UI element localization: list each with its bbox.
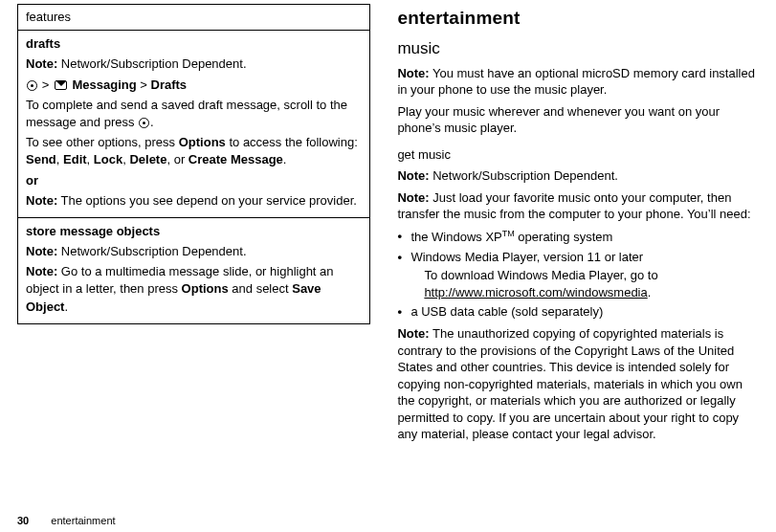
opt-or: , or [166, 152, 188, 166]
store-options: Options [182, 281, 229, 296]
center-key-icon-2 [139, 118, 149, 128]
get-music-heading: get music [397, 146, 759, 164]
opt-create: Create Message [188, 152, 283, 166]
options-label: Options [179, 135, 226, 149]
opt-edit: Edit [63, 152, 87, 166]
note-net-text: Network/Subscription Dependent. [432, 168, 618, 183]
entertainment-heading: entertainment [397, 6, 759, 31]
list-item: the Windows XPTM operating system [397, 228, 759, 246]
bullet-xp-post: operating system [515, 230, 613, 244]
music-heading: music [397, 38, 759, 60]
drafts-p2-pre: To see other options, press [26, 135, 179, 149]
messaging-icon [55, 80, 67, 90]
store-note2-mid: and select [229, 281, 293, 296]
nav-pre: > [42, 78, 50, 92]
drafts-p1-pre: To complete and send a saved draft messa… [26, 98, 347, 129]
nav-drafts: Drafts [151, 78, 188, 92]
note-load-label: Note: [397, 190, 429, 205]
note-must-text: You must have an optional microSD memory… [397, 66, 755, 98]
drafts-p1-tail: . [150, 115, 154, 129]
bullet-usb: a USB data cable (sold separately) [410, 304, 603, 319]
page-section-label: entertainment [51, 515, 115, 526]
or-label: or [26, 173, 38, 188]
features-header-text: features [26, 10, 71, 24]
opt-delete: Delete [129, 152, 166, 166]
opt-send: Send [26, 152, 56, 166]
features-header-cell: features [18, 5, 370, 31]
bullet-wmp-sub-pre: To download Windows Media Player, go to [424, 268, 657, 282]
right-column: entertainment music Note: You must have … [380, 0, 776, 532]
bullet-wmp: Windows Media Player, version 11 or late… [410, 250, 643, 264]
store-cell: store message objects Note: Network/Subs… [18, 217, 370, 323]
drafts-note1-text: Network/Subscription Dependent. [61, 56, 247, 71]
drafts-cell: drafts Note: Network/Subscription Depend… [18, 31, 370, 218]
bullet-wmp-sub-post: . [648, 285, 652, 299]
drafts-p2-tail: . [283, 152, 287, 166]
play-text: Play your music wherever and whenever yo… [397, 103, 759, 137]
store-note2-label: Note: [26, 264, 57, 278]
list-item: Windows Media Player, version 11 or late… [397, 249, 759, 301]
drafts-title: drafts [26, 35, 362, 53]
bullet-xp-pre: the Windows XP [410, 230, 501, 244]
list-item: a USB data cable (sold separately) [397, 303, 759, 321]
requirements-list: the Windows XPTM operating system Window… [397, 228, 759, 321]
store-note2-tail: . [64, 299, 68, 314]
page-number: 30 [17, 515, 29, 526]
nav-sep: > [140, 78, 147, 92]
store-title: store message objects [26, 223, 362, 240]
tm-superscript: TM [502, 229, 515, 238]
drafts-note1-label: Note: [26, 56, 57, 71]
drafts-note2-text: The options you see depend on your servi… [61, 193, 357, 208]
drafts-p2-mid: to access the following: [226, 135, 358, 149]
left-column: features drafts Note: Network/Subscripti… [0, 0, 380, 532]
page-footer: 30 entertainment [17, 514, 116, 528]
nav-messaging: Messaging [72, 78, 136, 92]
note-must-label: Note: [397, 66, 429, 80]
features-table: features drafts Note: Network/Subscripti… [17, 4, 370, 324]
note-copy-text: The unauthorized copying of copyrighted … [397, 326, 743, 441]
store-note1-text: Network/Subscription Dependent. [61, 244, 247, 258]
microsoft-link[interactable]: http://www.microsoft.com/windowsmedia [424, 285, 647, 299]
center-key-icon [27, 80, 37, 91]
note-copy-label: Note: [397, 326, 429, 341]
note-load-text: Just load your favorite music onto your … [397, 190, 750, 222]
note-net-label: Note: [397, 168, 429, 183]
opt-lock: Lock [94, 152, 122, 166]
store-note1-label: Note: [26, 244, 57, 258]
drafts-note2-label: Note: [26, 193, 57, 208]
